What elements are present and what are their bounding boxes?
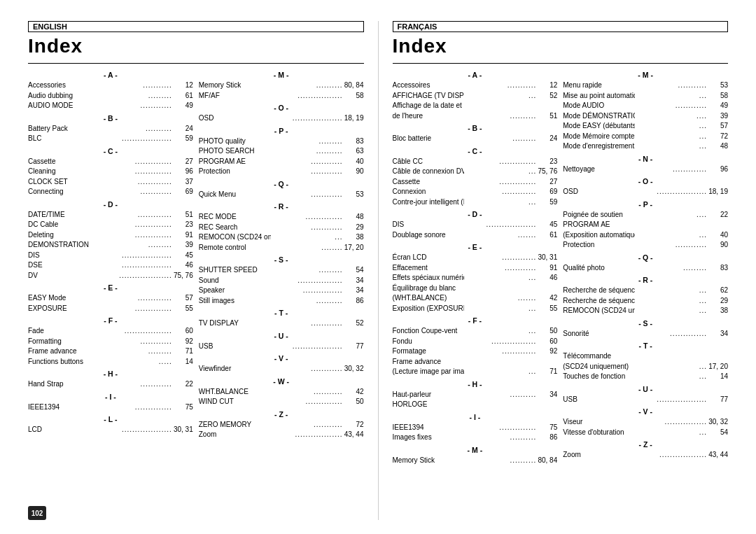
list-item: Doublage sonore.......61 <box>393 230 558 241</box>
entry-number: 12 <box>536 80 557 91</box>
left-index-title: Index <box>28 35 364 57</box>
entry-label: Recherche de séquences <box>563 296 635 307</box>
entry-number: 22 <box>172 379 193 390</box>
section-header: - D - <box>28 200 193 209</box>
entry-label: WHT.BALANCE <box>199 387 271 398</box>
entry-dots: .................. <box>100 326 172 337</box>
entry-dots: ............. <box>100 293 172 304</box>
entry-number: 40 <box>707 230 728 241</box>
entry-dots: ............ <box>464 263 536 274</box>
entry-number: 34 <box>536 390 557 400</box>
list-item: Sound.................34 <box>199 276 364 286</box>
entry-dots: .............. <box>100 304 172 314</box>
section-header: - W - <box>199 377 364 386</box>
list-item: Viseur................30, 32 <box>563 417 728 428</box>
list-item: (Lecture image par image)...71 <box>393 367 558 377</box>
right-divider <box>393 63 729 64</box>
list-item: Accessories...........12 <box>28 80 193 91</box>
entry-dots: ................... <box>464 220 536 230</box>
entry-number: 14 <box>707 372 728 382</box>
entry-dots: .............. <box>464 177 536 188</box>
entry-number: 77 <box>343 342 364 352</box>
entry-dots: ... <box>464 91 536 101</box>
entry-number: 80, 84 <box>343 80 364 91</box>
entry-label: Deleting <box>28 230 100 241</box>
entry-dots: ....... <box>464 293 536 304</box>
entry-number: 90 <box>707 240 728 251</box>
entry-label: SHUTTER SPEED <box>199 265 271 276</box>
entry-label: Cassette <box>393 177 465 188</box>
entry-number: 30, 31 <box>172 425 193 435</box>
list-item: de l'heure..........51 <box>393 111 558 122</box>
entry-number: 91 <box>536 263 557 274</box>
entry-number: 86 <box>536 433 557 443</box>
entry-number: 83 <box>707 263 728 274</box>
entry-label: CLOCK SET <box>28 177 100 188</box>
entry-label: Doublage sonore <box>393 230 465 241</box>
section-header: - T - <box>199 309 364 317</box>
list-item: IEEE1394..............75 <box>393 423 558 433</box>
entry-number: 45 <box>536 220 557 230</box>
entry-number: 51 <box>172 210 193 220</box>
entry-label: Viewfinder <box>199 364 271 374</box>
entry-number: 53 <box>707 80 728 91</box>
entry-dots: ........ <box>271 243 343 253</box>
entry-label: (SCD24 uniquement) <box>563 362 635 372</box>
entry-dots: ............ <box>100 379 172 390</box>
left-col2: - M -Memory Stick..........80, 84MF/AF..… <box>199 68 364 496</box>
entry-label: Speaker <box>199 286 271 296</box>
entry-label: Câble de connexion DV <box>393 167 465 177</box>
entry-dots: ... <box>635 372 707 382</box>
entry-dots: ....... <box>464 230 536 241</box>
entry-number: 62 <box>707 286 728 296</box>
entry-label: Mode DÉMONSTRATION <box>563 111 635 122</box>
list-item: Mode DÉMONSTRATION....39 <box>563 111 728 122</box>
entry-dots: .......... <box>271 80 343 91</box>
page: ENGLISH Index - A -Accessories..........… <box>0 0 756 534</box>
entry-number: 46 <box>172 260 193 271</box>
list-item: Zoom..................43, 44 <box>199 430 364 440</box>
entry-label: OSD <box>563 187 635 197</box>
list-item: Fondu.................60 <box>393 337 558 347</box>
entry-label: DEMONSTRATION <box>28 240 100 251</box>
section-header: - O - <box>199 104 364 112</box>
entry-label: REC Search <box>199 223 271 233</box>
entry-number: 69 <box>172 187 193 197</box>
entry-label: Câble CC <box>393 157 465 167</box>
list-item: Équilibrage du blanc <box>393 283 558 294</box>
list-item: Zoom..................43, 44 <box>563 450 728 461</box>
entry-number: 83 <box>343 136 364 147</box>
section-header: - L - <box>28 415 193 423</box>
entry-dots: ............ <box>271 364 343 374</box>
list-item: Exposition (EXPOSURE)...55 <box>393 304 558 314</box>
section-header: - M - <box>199 71 364 79</box>
left-columns: - A -Accessories...........12Audio dubbi… <box>28 68 364 496</box>
entry-label: Télécommande <box>563 351 728 362</box>
entry-number: 38 <box>343 232 364 243</box>
entry-number: 37 <box>172 177 193 188</box>
list-item: Haut-parleur..........34 <box>393 390 558 400</box>
entry-label: Fade <box>28 326 100 337</box>
entry-label: Accessoires <box>393 80 465 91</box>
right-columns: - A -Accessoires...........12AFFICHAGE (… <box>393 68 729 520</box>
entry-dots: ............... <box>271 286 343 296</box>
list-item: Mode Mémoire compteur...72 <box>563 132 728 142</box>
entry-label: USB <box>563 395 635 405</box>
list-item: Mode AUDIO............49 <box>563 101 728 111</box>
entry-number: 59 <box>172 134 193 144</box>
entry-number: 92 <box>536 346 557 357</box>
list-item: Effets spéciaux numériques...46 <box>393 273 558 283</box>
entry-number: 23 <box>172 220 193 230</box>
entry-label: Fonction Coupe-vent <box>393 326 465 337</box>
lang-badge-english: ENGLISH <box>28 21 364 32</box>
entry-number: 91 <box>172 230 193 241</box>
entry-number: 51 <box>536 111 557 122</box>
entry-dots: ... <box>635 91 707 101</box>
entry-label: USB <box>199 342 271 352</box>
entry-number: 55 <box>172 304 193 314</box>
entry-dots: ... <box>271 232 343 243</box>
entry-dots: .... <box>635 111 707 122</box>
section-header: - M - <box>563 71 728 79</box>
list-item: Effacement............91 <box>393 263 558 274</box>
entry-label: Accessories <box>28 80 100 91</box>
